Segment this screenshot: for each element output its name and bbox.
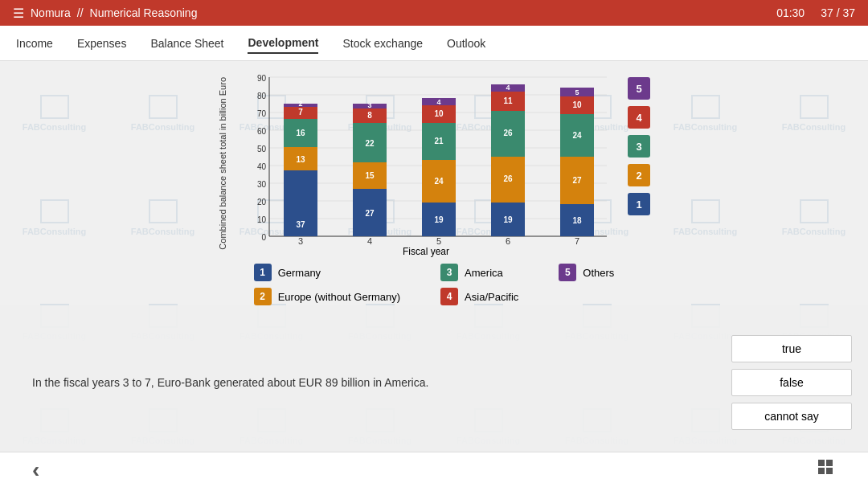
svg-text:27: 27 <box>572 176 582 185</box>
legend-item-europe: 2 Europe (without Germany) <box>254 288 400 305</box>
legend-3-right: 3 <box>628 135 650 158</box>
y-axis-label: Combined balance sheet total in billion … <box>218 77 234 250</box>
right-legend: 5 4 3 2 1 <box>628 77 650 215</box>
bottom-bar: ‹ <box>0 452 868 487</box>
legend-label-america: America <box>465 267 503 279</box>
svg-text:20: 20 <box>257 198 267 207</box>
legend-item-others: 5 Others <box>559 264 614 281</box>
svg-text:24: 24 <box>572 131 582 140</box>
header-left: ☰ Nomura // Numerical Reasoning <box>13 6 197 21</box>
legend-5-right: 5 <box>628 77 650 100</box>
header-right: 01:30 37 / 37 <box>776 6 855 19</box>
legend-item-america: 3 America <box>440 264 518 281</box>
svg-text:8: 8 <box>367 111 372 120</box>
svg-text:19: 19 <box>434 215 444 224</box>
chart-inner: 0 10 20 30 40 50 60 70 80 90 <box>237 69 615 257</box>
legend-label-germany: Germany <box>278 267 321 279</box>
svg-text:70: 70 <box>257 109 267 118</box>
legend-num-1: 1 <box>254 264 272 281</box>
svg-text:90: 90 <box>257 74 267 83</box>
legend-2-right: 2 <box>628 164 650 186</box>
svg-text:6: 6 <box>506 236 510 246</box>
tab-balance-sheet[interactable]: Balance Sheet <box>150 34 223 53</box>
grid-icon <box>817 458 836 477</box>
svg-text:24: 24 <box>434 177 444 186</box>
svg-text:40: 40 <box>257 162 267 171</box>
tab-outlook[interactable]: Outlook <box>447 34 485 53</box>
svg-rect-78 <box>818 468 825 474</box>
svg-text:4: 4 <box>506 84 510 92</box>
svg-rect-79 <box>826 468 833 474</box>
svg-text:60: 60 <box>257 127 267 136</box>
svg-text:10: 10 <box>257 215 267 224</box>
svg-text:26: 26 <box>503 129 513 137</box>
legend-num-2: 2 <box>254 288 272 305</box>
svg-text:3: 3 <box>367 101 371 109</box>
svg-text:50: 50 <box>257 145 267 153</box>
legend-4-right: 4 <box>628 106 650 129</box>
tab-stock-exchange[interactable]: Stock exchange <box>342 34 423 53</box>
answer-false-button[interactable]: false <box>731 369 852 396</box>
svg-text:4: 4 <box>436 98 440 106</box>
chart-section: Combined balance sheet total in billion … <box>0 61 868 305</box>
tab-development[interactable]: Development <box>248 33 318 54</box>
legend-label-europe: Europe (without Germany) <box>278 291 400 303</box>
svg-text:10: 10 <box>572 100 582 109</box>
svg-text:7: 7 <box>575 236 579 246</box>
svg-text:3: 3 <box>298 236 303 246</box>
svg-rect-76 <box>818 460 825 466</box>
x-axis-label: Fiscal year <box>237 246 615 257</box>
legend-1-right: 1 <box>628 193 650 215</box>
svg-text:22: 22 <box>365 139 375 148</box>
svg-text:37: 37 <box>296 220 305 229</box>
svg-text:13: 13 <box>296 155 305 164</box>
svg-rect-77 <box>826 460 833 466</box>
question-text: In the fiscal years 3 to 7, Euro-Bank ge… <box>32 376 428 389</box>
legend-num-4: 4 <box>440 288 458 305</box>
menu-icon[interactable]: ☰ <box>13 6 24 21</box>
svg-text:11: 11 <box>503 96 513 105</box>
breadcrumb-nomura: Nomura <box>31 6 71 19</box>
svg-text:18: 18 <box>572 216 582 225</box>
svg-text:7: 7 <box>298 108 303 117</box>
svg-text:10: 10 <box>434 109 444 118</box>
main-content: Combined balance sheet total in billion … <box>0 61 868 452</box>
legend-label-asia: Asia/Pacific <box>465 291 518 303</box>
bar-chart: 0 10 20 30 40 50 60 70 80 90 <box>237 69 615 246</box>
breadcrumb-separator: // <box>77 6 84 19</box>
svg-text:2: 2 <box>298 100 302 108</box>
svg-text:27: 27 <box>365 209 375 218</box>
breadcrumb-section: Numerical Reasoning <box>90 6 198 19</box>
svg-text:19: 19 <box>503 215 513 224</box>
grid-button[interactable] <box>817 458 836 481</box>
svg-text:16: 16 <box>296 129 305 137</box>
question-section: In the fiscal years 3 to 7, Euro-Bank ge… <box>0 305 868 452</box>
header: ☰ Nomura // Numerical Reasoning 01:30 37… <box>0 0 868 26</box>
tabs-bar: Income Expenses Balance Sheet Developmen… <box>0 26 868 61</box>
svg-text:26: 26 <box>503 174 513 183</box>
answer-buttons: true false cannot say <box>731 321 852 444</box>
answer-cannot-say-button[interactable]: cannot say <box>731 403 852 430</box>
chart-legend: 1 Germany 2 Europe (without Germany) 3 A… <box>254 264 615 305</box>
legend-num-5: 5 <box>559 264 576 281</box>
progress-display: 37 / 37 <box>821 6 855 19</box>
tab-expenses[interactable]: Expenses <box>77 34 126 53</box>
svg-text:5: 5 <box>436 236 441 246</box>
legend-item-asia: 4 Asia/Pacific <box>440 288 518 305</box>
svg-text:80: 80 <box>257 92 267 100</box>
tab-income[interactable]: Income <box>16 34 53 53</box>
back-button[interactable]: ‹ <box>32 457 39 483</box>
legend-label-others: Others <box>583 267 614 279</box>
answer-true-button[interactable]: true <box>731 335 852 362</box>
legend-item-germany: 1 Germany <box>254 264 400 281</box>
timer-display: 01:30 <box>776 6 805 19</box>
question-text-container: In the fiscal years 3 to 7, Euro-Bank ge… <box>16 321 715 444</box>
svg-text:15: 15 <box>365 171 375 180</box>
svg-text:30: 30 <box>257 180 267 189</box>
svg-text:21: 21 <box>434 137 444 145</box>
svg-text:0: 0 <box>261 233 266 242</box>
chart-container: Combined balance sheet total in billion … <box>218 69 650 257</box>
legend-num-3: 3 <box>440 264 458 281</box>
svg-text:5: 5 <box>575 88 579 96</box>
svg-text:4: 4 <box>367 236 372 246</box>
